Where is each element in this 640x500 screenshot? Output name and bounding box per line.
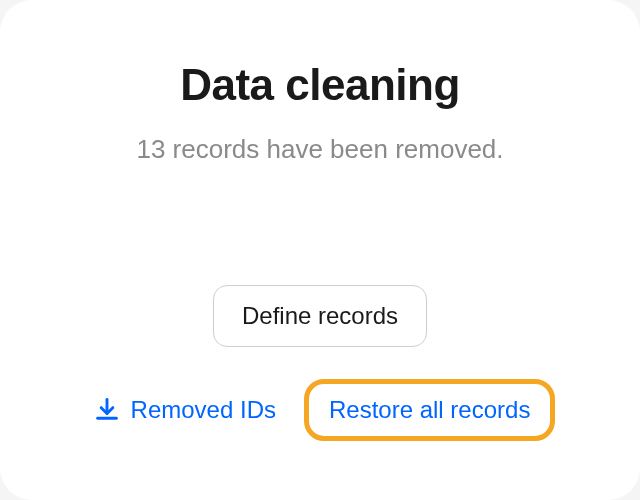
action-row: Removed IDs Restore all records <box>85 379 556 441</box>
removed-ids-label: Removed IDs <box>131 396 276 424</box>
removed-ids-button[interactable]: Removed IDs <box>85 384 284 436</box>
download-icon <box>93 396 121 424</box>
status-message: 13 records have been removed. <box>136 134 503 165</box>
restore-label: Restore all records <box>329 396 530 424</box>
data-cleaning-card: Data cleaning 13 records have been remov… <box>0 0 640 500</box>
define-records-button[interactable]: Define records <box>213 285 427 347</box>
restore-all-records-button[interactable]: Restore all records <box>304 379 555 441</box>
page-title: Data cleaning <box>180 60 460 110</box>
